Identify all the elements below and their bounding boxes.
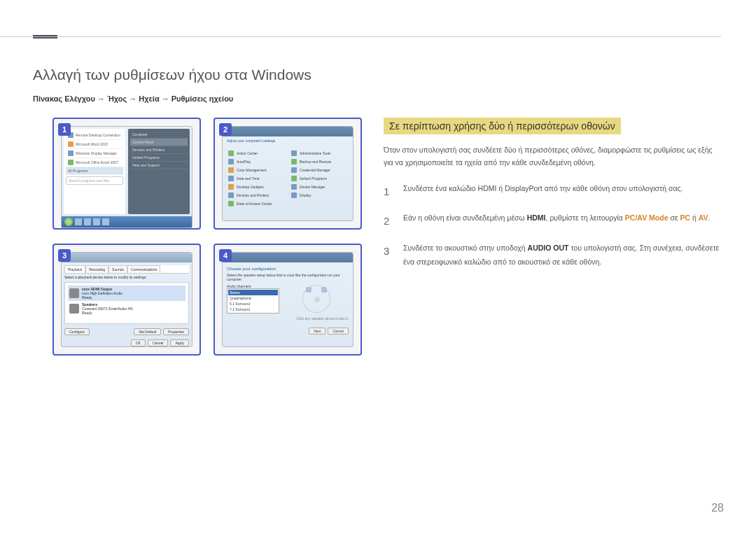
task-icon <box>75 218 82 225</box>
device-status: Ready <box>82 311 133 315</box>
listener-icon <box>314 297 320 302</box>
thumb-number: 4 <box>219 249 232 262</box>
ok-button: OK <box>131 339 146 346</box>
highlight-pc: PC <box>680 213 691 222</box>
menu-item: Default Programs <box>130 154 188 162</box>
apply-button: Apply <box>170 339 189 346</box>
step-number: 2 <box>384 211 392 232</box>
right-column: Σε περίπτωση χρήσης δύο ή περισσότερων ο… <box>384 118 721 279</box>
menu-item: Devices and Printers <box>130 146 188 154</box>
cp-item: Desktop Gadgets <box>237 185 264 189</box>
page-title: Αλλαγή των ρυθμίσεων ήχου στα Windows <box>33 66 312 83</box>
tab: Recording <box>85 265 108 273</box>
cancel-button: Cancel <box>328 328 349 335</box>
breadcrumb: Πίνακας Ελέγχου → Ήχος → Ηχεία → Ρυθμίσε… <box>33 94 233 103</box>
thumb-3: 3 Playback Recording Sounds Communicatio… <box>52 244 201 356</box>
bold-hdmi: HDMI <box>527 213 546 222</box>
cp-item: Backup and Restore <box>300 160 331 164</box>
thumb-number: 1 <box>58 123 71 136</box>
cp-item: Administrative Tools <box>300 151 330 155</box>
cp-item: Default Programs <box>300 176 327 181</box>
device-status: Ready <box>82 295 122 300</box>
header-divider <box>0 36 721 37</box>
text: σε <box>668 213 680 222</box>
menu-item: Windows Display Manager <box>76 151 117 155</box>
cp-header: Adjust your computer's settings <box>223 136 353 145</box>
thumb-number: 3 <box>58 249 71 262</box>
screenshot-grid: 1 Remote Desktop Connection Microsoft Wo… <box>52 118 368 356</box>
step-3: 3 Συνδέστε το ακουστικό στην υποδοχή AUD… <box>384 241 721 269</box>
menu-item: Computer <box>130 131 188 139</box>
config-option: 5.1 Surround <box>228 301 278 307</box>
thumb-2: 2 Adjust your computer's settings Action… <box>214 118 362 230</box>
step-text: Συνδέστε το ακουστικό στην υποδοχή AUDIO… <box>403 241 721 269</box>
step-text: Εάν η οθόνη είναι συνδεδεμένη μέσω HDMI,… <box>403 211 721 232</box>
text: ή <box>690 213 699 222</box>
cp-item: Ease of Access Center <box>237 202 272 206</box>
cp-item: AutoPlay <box>237 160 251 164</box>
step-1: 1 Συνδέστε ένα καλώδιο HDMI ή DisplayPor… <box>384 182 721 202</box>
step-number: 1 <box>384 182 392 202</box>
cp-item: Display <box>300 193 311 197</box>
properties-button: Properties <box>163 328 189 335</box>
config-title: Choose your configuration <box>227 267 349 271</box>
thumb-4: 4 Choose your configuration Select the s… <box>214 244 362 356</box>
menu-item: Remote Desktop Connection <box>76 133 120 137</box>
text: Συνδέστε το ακουστικό στην υποδοχή <box>403 244 528 252</box>
text: , ρυθμίστε τη λειτουργία <box>546 213 625 222</box>
subsection-title: Σε περίπτωση χρήσης δύο ή περισσότερων ο… <box>384 118 621 134</box>
task-icon <box>84 218 91 225</box>
tab-playback: Playback <box>64 265 85 273</box>
intro-text: Όταν στον υπολογιστή σας συνδέετε δύο ή … <box>384 144 721 169</box>
cp-item: Credential Manager <box>300 168 330 172</box>
menu-item: Microsoft Word 2010 <box>76 142 108 146</box>
speaker-icon <box>306 287 312 293</box>
sound-hint: Select a playback device below to modify… <box>64 274 189 281</box>
text: . <box>708 213 710 222</box>
test-hint: Click any speaker above to test it. <box>227 316 349 321</box>
cancel-button: Cancel <box>148 339 169 346</box>
config-option: 7.1 Surround <box>228 307 278 312</box>
step-2: 2 Εάν η οθόνη είναι συνδεδεμένη μέσω HDM… <box>384 211 721 232</box>
start-button-icon <box>64 218 73 226</box>
config-option: Quadraphonic <box>228 295 278 301</box>
cp-item: Color Management <box>237 168 267 172</box>
config-option: Stereo <box>228 290 278 295</box>
step-number: 3 <box>384 241 392 269</box>
set-default-button: Set Default <box>134 328 161 335</box>
search-placeholder: Search programs and files <box>69 178 109 183</box>
cp-item: Devices and Printers <box>237 193 269 197</box>
highlight-av: AV <box>699 213 708 222</box>
step-text: Συνδέστε ένα καλώδιο HDMI ή DisplayPort … <box>403 182 721 202</box>
bold-audio-out: AUDIO OUT <box>528 244 569 252</box>
cp-item: Action Center <box>237 151 258 155</box>
highlight-pcav-mode: PC/AV Mode <box>625 213 668 222</box>
menu-item: Microsoft Office Excel 2007 <box>76 160 118 164</box>
config-hint: Select the speaker setup below that is m… <box>227 273 349 281</box>
text: Εάν η οθόνη είναι συνδεδεμένη μέσω <box>403 213 527 222</box>
speaker-icon <box>321 287 327 293</box>
task-icon <box>93 218 100 225</box>
cp-item: Device Manager <box>300 185 325 189</box>
device-icon <box>69 288 79 298</box>
cp-item: Date and Time <box>237 176 260 181</box>
all-programs: All Programs <box>68 169 88 173</box>
thumb-1: 1 Remote Desktop Connection Microsoft Wo… <box>52 118 201 230</box>
menu-item-control-panel: Control Panel <box>130 139 188 146</box>
menu-item: Help and Support <box>130 162 188 169</box>
configure-button: Configure <box>64 328 90 335</box>
device-icon <box>69 304 79 314</box>
page-number: 28 <box>711 502 724 514</box>
tab: Sounds <box>108 265 127 273</box>
task-icon <box>102 218 109 225</box>
thumb-number: 2 <box>219 123 232 136</box>
tab: Communications <box>127 265 160 273</box>
next-button: Next <box>309 328 326 335</box>
